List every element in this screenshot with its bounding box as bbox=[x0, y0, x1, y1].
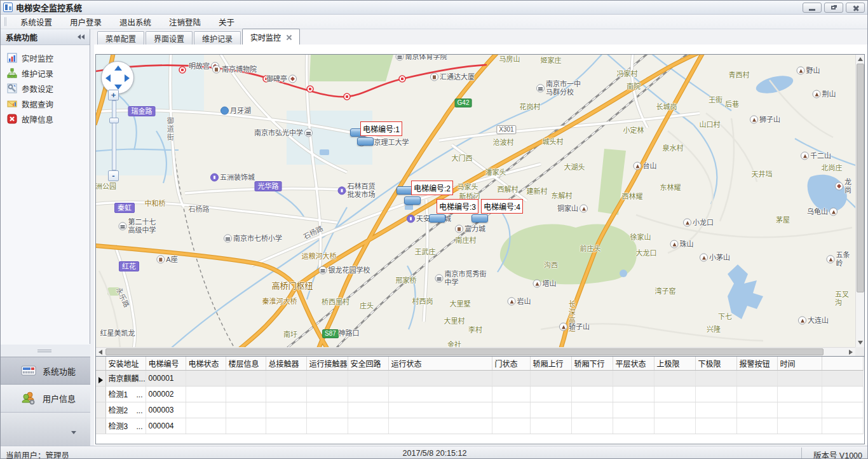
map-label: 珠山 bbox=[670, 240, 694, 249]
zoom-in-button[interactable]: + bbox=[108, 90, 119, 100]
scroll-down-icon[interactable] bbox=[856, 338, 865, 347]
tab-ui-settings[interactable]: 界面设置 bbox=[146, 31, 193, 45]
map-vertical-scrollbar[interactable] bbox=[855, 55, 864, 347]
sidebar-item-label: 实时监控 bbox=[22, 52, 53, 64]
mountain-icon bbox=[798, 317, 806, 325]
map-label: 大里墅 bbox=[450, 300, 471, 308]
dock-splitter[interactable] bbox=[1, 344, 90, 357]
sidebar-item-label: 参数设定 bbox=[22, 83, 53, 95]
sidebar-item-parameter-settings[interactable]: 参数设定 bbox=[1, 81, 90, 96]
tab-maintenance[interactable]: 维护记录 bbox=[194, 31, 241, 45]
sidebar-item-label: 故障信息 bbox=[22, 113, 53, 125]
tab-menu-config[interactable]: 菜单配置 bbox=[97, 31, 144, 45]
col-floor-info[interactable]: 楼层信息 bbox=[226, 357, 266, 370]
scroll-right-icon[interactable] bbox=[846, 348, 855, 357]
map-label: 马家头 bbox=[458, 183, 478, 191]
elevator-marker-pin[interactable] bbox=[471, 214, 488, 223]
pan-down-icon[interactable] bbox=[114, 85, 122, 90]
tab-realtime-monitor[interactable]: 实时监控 bbox=[242, 29, 300, 45]
col-upper-limit[interactable]: 上极限 bbox=[654, 357, 695, 370]
col-install-address[interactable]: 安装地址 bbox=[105, 357, 146, 370]
menu-item-user-login[interactable]: 用户登录 bbox=[61, 14, 111, 30]
sidebar-item-data-query[interactable]: 数据查询 bbox=[1, 96, 90, 111]
elevator-marker-label[interactable]: 电梯编号:1 bbox=[360, 121, 402, 136]
menu-item-system-settings[interactable]: 系统设置 bbox=[11, 14, 61, 30]
cell-elevator-no[interactable]: 000003 bbox=[146, 402, 186, 418]
col-leveling-status[interactable]: 平层状态 bbox=[613, 357, 654, 370]
map-label: 银龙花园学校 bbox=[319, 266, 370, 275]
sidebar-item-fault-info[interactable]: 故障信息 bbox=[1, 111, 90, 127]
col-safety-circuit[interactable]: 安全回路 bbox=[348, 357, 388, 370]
col-main-contactor[interactable]: 总接触器 bbox=[266, 357, 306, 370]
col-run-contactor[interactable]: 运行接触器 bbox=[306, 357, 348, 370]
close-button[interactable] bbox=[846, 3, 865, 13]
horizontal-scroll-thumb[interactable] bbox=[105, 348, 824, 355]
cell-elevator-no[interactable]: 000002 bbox=[146, 386, 186, 402]
map-label: 建新村 bbox=[527, 188, 548, 196]
pan-left-icon[interactable] bbox=[105, 74, 111, 82]
sidebar-item-maintenance-records[interactable]: 维护记录 bbox=[1, 65, 90, 81]
pan-up-icon[interactable] bbox=[114, 65, 122, 71]
zoom-slider-track[interactable] bbox=[112, 100, 116, 170]
dock-button-system-functions[interactable]: 系统功能 bbox=[1, 357, 90, 385]
table-row[interactable]: 检测1... 000002 bbox=[96, 386, 864, 402]
table-row[interactable]: 检测2... 000003 bbox=[96, 402, 864, 418]
col-door-status[interactable]: 门状态 bbox=[492, 357, 530, 370]
elevator-marker-label[interactable]: 电梯编号:2 bbox=[411, 181, 453, 195]
col-lower-limit[interactable]: 下极限 bbox=[695, 357, 736, 370]
bar-chart-icon bbox=[7, 53, 17, 63]
minimize-button[interactable] bbox=[803, 3, 822, 13]
map-label: 邢家桥 bbox=[396, 277, 417, 285]
col-elevator-status[interactable]: 电梯状态 bbox=[186, 357, 226, 370]
vertical-scroll-thumb[interactable] bbox=[857, 64, 864, 292]
menu-item-exit-system[interactable]: 退出系统 bbox=[111, 14, 160, 30]
sidebar-item-label: 维护记录 bbox=[22, 67, 53, 79]
collapse-sidebar-button[interactable] bbox=[78, 34, 85, 39]
dock-button-user-info[interactable]: 用户信息 bbox=[1, 385, 90, 413]
cell-elevator-no[interactable]: 000001 bbox=[146, 370, 186, 386]
elevator-marker-label[interactable]: 电梯编号:4 bbox=[481, 199, 523, 214]
school-icon bbox=[396, 55, 404, 61]
map-label: 石林百货 批发市场 bbox=[338, 182, 376, 198]
map-label: 塔山 bbox=[533, 280, 557, 288]
sidebar-item-realtime-monitor[interactable]: 实时监控 bbox=[1, 50, 90, 65]
menu-item-about[interactable]: 关于 bbox=[210, 14, 243, 30]
map-label: 御道街 bbox=[166, 118, 174, 142]
pan-right-icon[interactable] bbox=[125, 74, 130, 82]
elevator-marker-pin[interactable] bbox=[429, 214, 445, 223]
map-label: 山口村 bbox=[700, 121, 721, 129]
col-elevator-no[interactable]: 电梯编号 bbox=[146, 357, 186, 370]
lake-icon bbox=[220, 107, 229, 115]
tab-close-icon[interactable] bbox=[286, 34, 292, 40]
table-row[interactable]: 检测3... 000004 bbox=[96, 418, 864, 434]
school-icon bbox=[224, 235, 232, 243]
elevator-marker-label[interactable]: 电梯编号:3 bbox=[437, 199, 478, 214]
map-label: 王武庄 bbox=[415, 248, 436, 256]
zoom-slider-thumb[interactable] bbox=[109, 118, 119, 123]
map-label: 后巷 bbox=[725, 100, 739, 109]
map[interactable]: 明故宫南京博物院御碑亭月牙湖瑞金路御道街南京市弘光中学五洲装饰城光华路石林百货 … bbox=[96, 55, 855, 347]
building-icon bbox=[212, 65, 220, 74]
map-label: 五洲公园 bbox=[96, 182, 116, 191]
map-label: 马房山 bbox=[499, 55, 520, 64]
cell-elevator-no[interactable]: 000004 bbox=[146, 418, 186, 434]
col-alarm-button[interactable]: 报警按钮 bbox=[736, 357, 777, 370]
col-time[interactable]: 时间 bbox=[777, 357, 822, 370]
elevator-marker-pin[interactable] bbox=[404, 196, 421, 205]
dock-overflow-arrow-icon[interactable] bbox=[71, 431, 76, 434]
elevator-marker-pin[interactable] bbox=[357, 137, 374, 146]
restore-button[interactable] bbox=[824, 3, 843, 13]
menu-item-logout[interactable]: 注销登陆 bbox=[160, 14, 210, 30]
title-bar: 电梯安全监控系统 bbox=[1, 1, 868, 15]
col-car-up[interactable]: 轿厢上行 bbox=[530, 357, 571, 370]
mountain-icon bbox=[683, 219, 691, 227]
scroll-left-icon[interactable] bbox=[96, 348, 105, 357]
map-label: 第二十七 高级中学 bbox=[119, 218, 156, 234]
temple-icon bbox=[288, 75, 297, 83]
col-car-down[interactable]: 轿厢下行 bbox=[571, 357, 613, 370]
table-row[interactable]: 南京麒麟... 000001 bbox=[96, 370, 864, 386]
zoom-out-button[interactable]: - bbox=[108, 170, 119, 181]
col-run-status[interactable]: 运行状态 bbox=[388, 357, 492, 370]
scroll-up-icon[interactable] bbox=[856, 55, 865, 64]
map-horizontal-scrollbar[interactable] bbox=[96, 347, 855, 356]
